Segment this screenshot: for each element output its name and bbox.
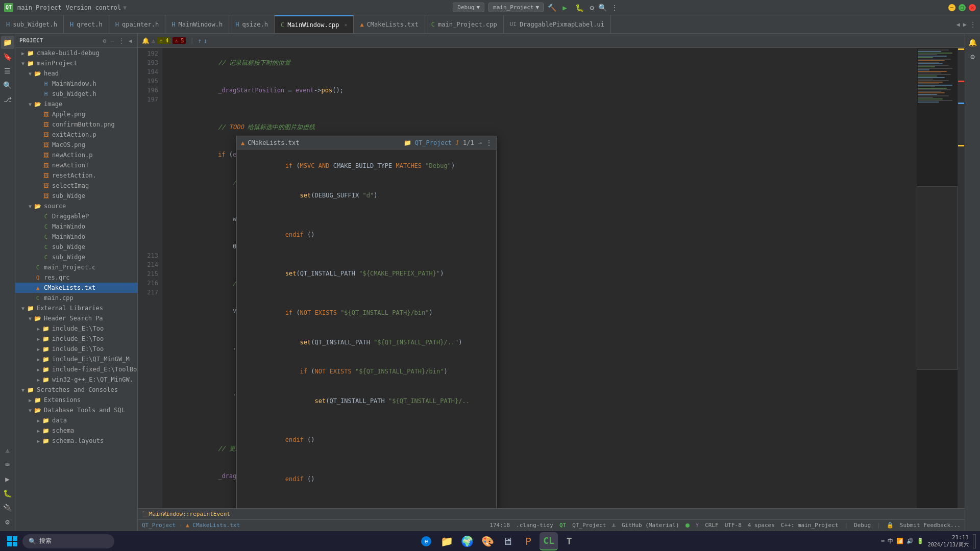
more-icon[interactable]: ⋮ <box>611 4 618 12</box>
tree-draggablep[interactable]: C DraggableP <box>15 211 137 221</box>
settings-icon[interactable]: ⚙ <box>590 4 594 12</box>
taskbar-app-earth[interactable]: 🌍 <box>458 532 476 550</box>
minimize-button[interactable]: ─ <box>948 4 955 11</box>
tree-win32[interactable]: ▶ 📁 win32-g++_E:\QT_MinGW. <box>15 374 137 385</box>
tree-include2[interactable]: ▶ 📁 include_E:\Too <box>15 334 137 344</box>
sidebar-options-icon[interactable]: ⋮ <box>117 36 126 45</box>
sidebar-hide-icon[interactable]: ◀ <box>128 36 133 45</box>
sidebar-collapse-icon[interactable]: — <box>110 36 115 45</box>
breadcrumb-arrow-up[interactable]: ↑ <box>198 37 202 44</box>
tab-cmakelists[interactable]: ▲ CMakeLists.txt <box>354 15 425 34</box>
tree-sub-widge-png[interactable]: 🖼 sub_Widge <box>15 191 137 201</box>
taskbar-app-browser[interactable]: e <box>417 532 435 550</box>
tree-include3[interactable]: ▶ 📁 include_E:\Too <box>15 344 137 354</box>
tree-sub-widge1[interactable]: C sub_Widge <box>15 242 137 252</box>
tree-source[interactable]: ▼ 📂 source <box>15 201 137 211</box>
taskbar-app-ppt[interactable]: P <box>519 532 537 550</box>
tree-schema[interactable]: ▶ 📁 schema <box>15 425 137 436</box>
taskbar-app-typora[interactable]: T <box>560 532 578 550</box>
tab-main-project-cpp[interactable]: C main_Project.cpp <box>425 15 504 34</box>
scroll-tabs-right[interactable]: ▶ <box>963 21 967 28</box>
tree-sub-widge2[interactable]: C sub_Widge <box>15 252 137 262</box>
volume-icon[interactable]: 🔊 <box>906 538 914 544</box>
taskbar-search[interactable]: 🔍 搜索 <box>22 534 114 548</box>
tab-qsize-h[interactable]: H qsize.h <box>229 15 275 34</box>
start-button[interactable] <box>4 533 20 549</box>
minimap-viewport[interactable] <box>917 186 958 370</box>
tree-database-tools[interactable]: ▼ 📂 Database Tools and SQL <box>15 405 137 415</box>
maximize-button[interactable]: □ <box>959 4 966 11</box>
git-changes-icon[interactable]: ⚙ <box>966 50 979 63</box>
settings-left-icon[interactable]: ⚙ <box>1 515 14 529</box>
tree-main-cpp[interactable]: C main.cpp <box>15 293 137 303</box>
terminal-icon[interactable]: ⌨ <box>1 458 14 471</box>
tree-cmake-build-debug[interactable]: ▶ 📁 cmake-build-debug <box>15 48 137 58</box>
run-console-icon[interactable]: ▶ <box>1 472 14 486</box>
input-method-icon[interactable]: 中 <box>888 537 893 545</box>
tree-data[interactable]: ▶ 📁 data <box>15 415 137 425</box>
tree-header-search[interactable]: ▼ 📂 Header Search Pa <box>15 313 137 323</box>
tree-extensions[interactable]: ▶ 📁 Extensions <box>15 395 137 405</box>
tree-cmakelists[interactable]: ▲ CMakeLists.txt <box>15 283 137 293</box>
wifi-icon[interactable]: 📶 <box>896 538 903 544</box>
taskbar-app-clion[interactable]: CL <box>540 532 558 550</box>
notifications-icon[interactable]: 🔔 <box>966 36 979 49</box>
tree-mainwindo1[interactable]: C MainWindo <box>15 221 137 232</box>
problems-icon[interactable]: ⚠ <box>1 444 14 457</box>
hammer-icon[interactable]: 🔨 <box>548 4 556 12</box>
scroll-tabs-left[interactable]: ◀ <box>957 21 960 28</box>
project-view-icon[interactable]: 📁 <box>1 36 14 49</box>
find-icon[interactable]: 🔍 <box>1 79 14 92</box>
tree-apple-png[interactable]: 🖼 Apple.png <box>15 109 137 119</box>
tree-schema-layouts[interactable]: ▶ 📁 schema.layouts <box>15 436 137 446</box>
tree-include1[interactable]: ▶ 📁 include_E:\Too <box>15 323 137 334</box>
tab-sub-widget-h[interactable]: H sub_Widget.h <box>0 15 64 34</box>
breadcrumb-arrow-down[interactable]: ↓ <box>204 37 207 44</box>
tab-mainwindow-cpp[interactable]: C MainWindow.cpp ✕ <box>275 15 354 34</box>
tree-sub-widget-h[interactable]: H sub_Widget.h <box>15 89 137 99</box>
tree-confirmbutton-png[interactable]: 🖼 confirmButton.png <box>15 119 137 130</box>
bookmarks-icon[interactable]: 🔖 <box>1 50 14 63</box>
structure-icon[interactable]: ☰ <box>1 64 14 78</box>
tree-exitaction[interactable]: 🖼 exitAction.p <box>15 130 137 140</box>
tab-close-icon[interactable]: ✕ <box>344 22 347 28</box>
notification-icon[interactable] <box>973 534 976 548</box>
tree-include4[interactable]: ▶ 📁 include_E:\QT_MinGW_M <box>15 354 137 364</box>
taskbar-app-explorer[interactable]: 📁 <box>437 532 456 550</box>
tree-scratches[interactable]: ▼ 📁 Scratches and Consoles <box>15 385 137 395</box>
debug-config-btn[interactable]: Debug ▼ <box>453 3 484 12</box>
tree-selectimage[interactable]: 🖼 selectImag <box>15 181 137 191</box>
tree-resetaction[interactable]: 🖼 resetAction. <box>15 170 137 181</box>
version-control[interactable]: Version control ▼ <box>66 4 127 11</box>
tree-include-fixed[interactable]: ▶ 📁 include-fixed_E:\ToolBox\C <box>15 364 137 374</box>
tab-qpainter-h[interactable]: H qpainter.h <box>109 15 165 34</box>
tree-main-project-c[interactable]: C main_Project.c <box>15 262 137 272</box>
cmake-more-icon[interactable]: ⋮ <box>486 139 492 146</box>
tab-mainwindow-h[interactable]: H MainWindow.h <box>165 15 229 34</box>
tree-mainwindow-h[interactable]: H MainWindow.h <box>15 79 137 89</box>
minimap[interactable] <box>917 48 958 508</box>
taskbar-app-palette[interactable]: 🎨 <box>478 532 497 550</box>
tab-qrect-h[interactable]: H qrect.h <box>64 15 109 34</box>
tree-mainproject[interactable]: ▼ 📁 mainProject <box>15 58 137 68</box>
tree-mainwindo2[interactable]: C MainWindo <box>15 232 137 242</box>
sidebar-tree[interactable]: ▶ 📁 cmake-build-debug ▼ 📁 mainProject ▼ … <box>15 48 137 531</box>
taskbar-app-unknown1[interactable]: 🖥 <box>499 532 517 550</box>
git-icon[interactable]: ⎇ <box>1 93 14 106</box>
close-button[interactable]: ✕ <box>969 4 976 11</box>
tree-head[interactable]: ▼ 📂 head <box>15 68 137 79</box>
tab-draggablepixmaplabel[interactable]: UI DraggablePixmapLabel.ui <box>504 15 611 34</box>
debug-console-icon[interactable]: 🐛 <box>1 487 14 500</box>
run-button[interactable]: ▶ <box>560 3 569 13</box>
plugins-icon[interactable]: 🔌 <box>1 501 14 514</box>
tree-res-qrc[interactable]: Q res.qrc <box>15 272 137 283</box>
tree-macos-png[interactable]: 🖼 MacOS.png <box>15 140 137 150</box>
tree-external-libraries[interactable]: ▼ 📁 External Libraries <box>15 303 137 313</box>
debug-button[interactable]: 🐛 <box>573 3 586 13</box>
tree-newactiont[interactable]: 🖼 newActionT <box>15 160 137 170</box>
tree-newaction-p[interactable]: 🖼 newAction.p <box>15 150 137 160</box>
sidebar-settings-icon[interactable]: ⚙ <box>102 36 107 45</box>
cmake-nav-arrow[interactable]: → <box>478 139 482 146</box>
more-tabs-icon[interactable]: ⋮ <box>970 21 976 28</box>
cmake-popup-content[interactable]: if (MSVC AND CMAKE_BUILD_TYPE MATCHES "D… <box>237 149 496 508</box>
